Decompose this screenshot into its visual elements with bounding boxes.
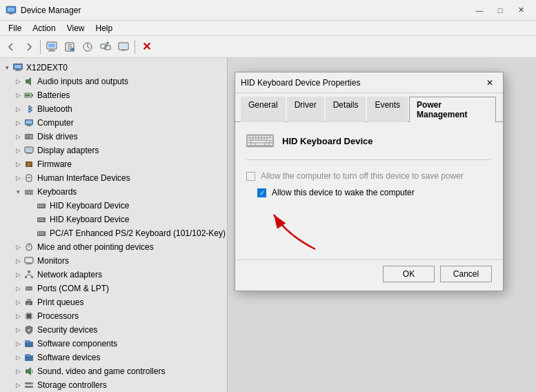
property-tabs: General Driver Details Events Power Mana…: [235, 93, 503, 122]
dialog-body: HID Keyboard Device Allow the computer t…: [235, 122, 503, 254]
svg-rect-130: [253, 138, 255, 139]
svg-rect-142: [256, 144, 265, 145]
svg-rect-132: [259, 138, 261, 139]
svg-rect-144: [270, 144, 273, 145]
svg-rect-4: [48, 43, 55, 48]
svg-rect-121: [253, 136, 255, 137]
pm-label-turn-off: Allow the computer to turn off this devi…: [261, 171, 464, 181]
svg-rect-5: [50, 49, 54, 50]
svg-rect-18: [121, 50, 126, 51]
svg-rect-14: [101, 44, 106, 48]
dialog-footer: OK Cancel: [235, 259, 503, 291]
minimize-button[interactable]: —: [470, 3, 489, 18]
pm-checkbox-turn-off[interactable]: [246, 172, 255, 181]
dialog-title-bar: HID Keyboard Device Properties ✕: [235, 72, 503, 93]
svg-rect-119: [248, 136, 250, 137]
forward-button[interactable]: [21, 39, 37, 55]
tab-general[interactable]: General: [241, 97, 286, 122]
ok-button[interactable]: OK: [383, 266, 435, 282]
menu-help[interactable]: Help: [90, 22, 119, 35]
menu-file[interactable]: File: [3, 22, 27, 35]
scan-changes-button[interactable]: [97, 39, 114, 55]
svg-rect-141: [252, 144, 255, 145]
window-controls: — □ ✕: [470, 3, 530, 18]
tab-power-management[interactable]: Power Management: [409, 97, 496, 122]
svg-rect-137: [252, 141, 266, 142]
tab-driver[interactable]: Driver: [287, 97, 324, 122]
menu-action[interactable]: Action: [27, 22, 61, 35]
app-title: Device Manager: [21, 6, 466, 15]
pm-option-wake: Allow this device to wake the computer: [257, 188, 492, 197]
svg-rect-17: [120, 44, 127, 48]
svg-text:i: i: [72, 48, 72, 52]
pm-option-turn-off: Allow the computer to turn off this devi…: [246, 171, 492, 181]
device-manager-button[interactable]: [43, 39, 60, 55]
cancel-button[interactable]: Cancel: [440, 266, 492, 282]
back-button[interactable]: [3, 39, 19, 55]
menu-view[interactable]: View: [61, 22, 90, 35]
update-driver-button[interactable]: [79, 39, 96, 55]
svg-rect-125: [264, 136, 266, 137]
svg-rect-134: [265, 138, 267, 139]
svg-rect-15: [105, 46, 110, 50]
maximize-button[interactable]: □: [490, 3, 510, 18]
arrow-svg: [260, 204, 343, 253]
svg-rect-140: [248, 144, 251, 145]
tab-events[interactable]: Events: [367, 97, 408, 122]
device-header-name: HID Keyboard Device: [282, 136, 373, 146]
uninstall-button[interactable]: ✕: [138, 39, 155, 55]
tab-details[interactable]: Details: [326, 97, 366, 122]
display-button[interactable]: [115, 39, 132, 55]
svg-rect-126: [267, 136, 269, 137]
svg-rect-6: [48, 50, 55, 52]
device-header-icon: [246, 130, 274, 151]
svg-rect-131: [257, 138, 259, 139]
dialog-overlay: HID Keyboard Device Properties ✕ General…: [0, 58, 536, 392]
toolbar-sep-1: [40, 40, 41, 54]
svg-rect-123: [259, 136, 261, 137]
toolbar-sep-2: [135, 40, 135, 54]
close-button[interactable]: ✕: [511, 3, 530, 18]
device-header: HID Keyboard Device: [246, 130, 492, 160]
toolbar: i ✕: [0, 36, 536, 58]
properties-button[interactable]: i: [61, 39, 78, 55]
menu-bar: File Action View Help: [0, 21, 536, 36]
svg-rect-127: [270, 136, 272, 137]
main-content: ▾ X12DEXT0 ▷ Audio inputs and output: [0, 58, 536, 392]
svg-rect-135: [268, 138, 272, 139]
svg-rect-124: [261, 136, 264, 137]
svg-rect-138: [267, 141, 270, 142]
svg-rect-143: [266, 144, 269, 145]
svg-rect-128: [248, 138, 250, 139]
app-icon: [6, 5, 17, 16]
title-bar: Device Manager — □ ✕: [0, 0, 536, 21]
device-properties-dialog: HID Keyboard Device Properties ✕ General…: [235, 72, 504, 291]
svg-rect-139: [270, 141, 272, 142]
svg-rect-129: [250, 138, 252, 139]
svg-rect-1: [8, 8, 14, 12]
svg-rect-136: [248, 141, 251, 142]
pm-label-wake: Allow this device to wake the computer: [272, 188, 415, 197]
svg-rect-133: [262, 138, 264, 139]
dialog-title: HID Keyboard Device Properties: [241, 78, 482, 88]
arrow-annotation: [246, 204, 492, 246]
pm-checkbox-wake[interactable]: [257, 188, 266, 197]
svg-rect-2: [9, 13, 13, 14]
svg-rect-120: [250, 136, 252, 137]
dialog-close-button[interactable]: ✕: [482, 75, 497, 90]
svg-rect-122: [256, 136, 258, 137]
